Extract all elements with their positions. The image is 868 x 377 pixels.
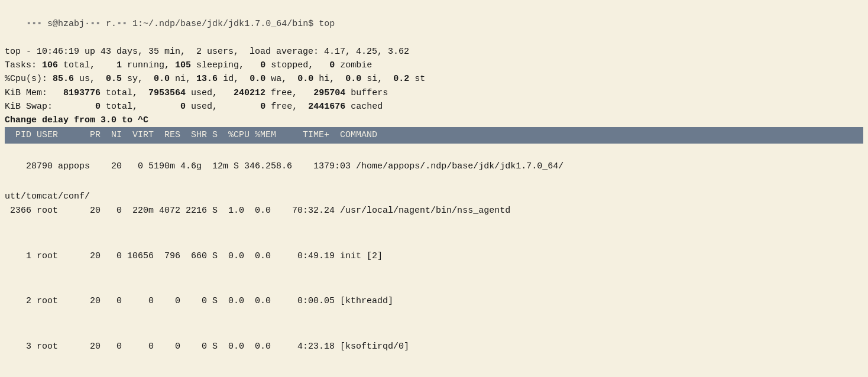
prompt-decorations: ▪▪▪ — [26, 19, 42, 29]
tasks-stopped: 0 — [260, 60, 265, 70]
cpu-id: 13.6 — [196, 74, 218, 84]
table-row: 1 root 20 0 10656 796 660 S 0.0 0.0 0:49… — [5, 249, 863, 264]
mem-free: 240212 — [234, 88, 265, 98]
cpu-sy: 0.5 — [106, 74, 122, 84]
table-row: 2 root 20 0 0 0 0 S 0.0 0.0 0:00.05 [kth… — [5, 294, 863, 309]
change-delay-line: Change delay from 3.0 to ^C — [5, 113, 863, 127]
table-row: 3 root 20 0 0 0 0 S 0.0 0.0 4:23.18 [kso… — [5, 339, 863, 355]
mem-used: 7953564 — [148, 88, 186, 98]
cpu-us: 85.6 — [53, 74, 74, 84]
tasks-sleeping: 105 — [175, 60, 191, 70]
tasks-total: 106 — [42, 60, 58, 70]
cpu-wa: 0.0 — [250, 74, 265, 84]
top-line1: top - 10:46:19 up 43 days, 35 min, 2 use… — [5, 45, 863, 58]
swap-free: 0 — [260, 102, 265, 112]
highlighted-process: 28790 appops 20 0 5190m 4.6g 12m S 346.2 — [26, 161, 271, 171]
cpu-ni: 0.0 — [154, 74, 170, 84]
terminal-window: ▪▪▪ s@hzabj·▪▪ r.▪▪ 1:~/.ndp/base/jdk/jd… — [5, 4, 863, 377]
swap-used: 0 — [180, 102, 186, 112]
tasks-running: 1 — [116, 60, 122, 70]
tasks-line: Tasks: 106 total, 1 running, 105 sleepin… — [5, 58, 863, 72]
mem-total: 8193776 — [63, 88, 101, 98]
table-row — [5, 264, 863, 294]
table-header: PID USER PR NI VIRT RES SHR S %CPU %MEM … — [5, 127, 863, 143]
prompt-text: s@hzabj·▪▪ r.▪▪ 1:~/.ndp/base/jdk/jdk1.7… — [42, 19, 335, 29]
cpu-hi: 0.0 — [297, 74, 313, 84]
cpu-line: %Cpu(s): 85.6 us, 0.5 sy, 0.0 ni, 13.6 i… — [5, 72, 863, 86]
swap-line: KiB Swap: 0 total, 0 used, 0 free, 24416… — [5, 100, 863, 113]
swap-cached: 2441676 — [308, 102, 345, 112]
mem-line: KiB Mem: 8193776 total, 7953564 used, 24… — [5, 86, 863, 100]
table-row — [5, 309, 863, 339]
table-row — [5, 219, 863, 249]
table-row: 2366 root 20 0 220m 4072 2216 S 1.0 0.0 … — [5, 203, 863, 219]
highlighted-rest: 58.6 1379:03 /home/appops/.ndp/base/jdk/… — [271, 161, 563, 171]
tasks-zombie: 0 — [329, 60, 335, 70]
swap-total: 0 — [95, 102, 101, 112]
cpu-si: 0.0 — [345, 74, 361, 84]
cpu-st: 0.2 — [393, 74, 409, 84]
prompt-line: ▪▪▪ s@hzabj·▪▪ r.▪▪ 1:~/.ndp/base/jdk/jd… — [5, 4, 863, 45]
mem-buffers: 295704 — [313, 88, 345, 98]
continuation-line: utt/tomcat/conf/ — [5, 190, 863, 203]
highlighted-row-line: 28790 appops 20 0 5190m 4.6g 12m S 346.2… — [5, 144, 863, 190]
table-row — [5, 354, 863, 377]
